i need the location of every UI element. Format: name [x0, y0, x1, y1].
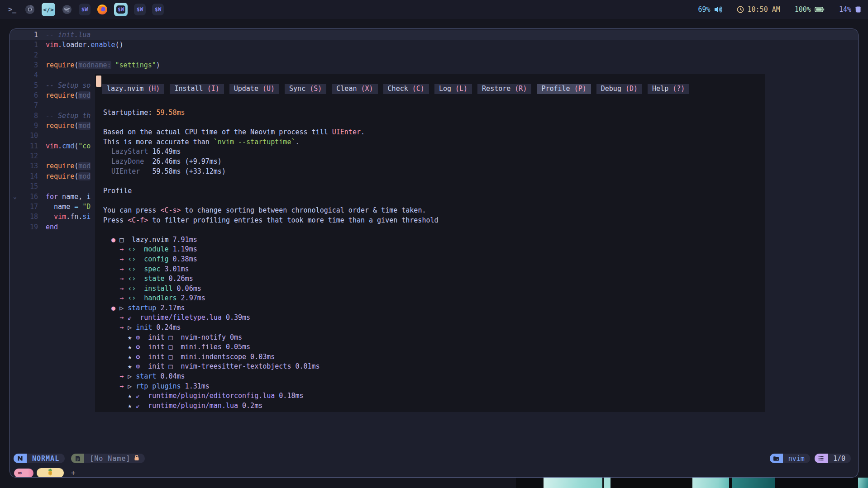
lazy-token — [103, 284, 119, 293]
lazy-token: ⇙ — [128, 313, 132, 322]
lazy-token: <C-s> — [160, 206, 181, 214]
code-token: .loader. — [58, 41, 91, 49]
lazy-line: Press <C-f> to filter profiling entries … — [103, 216, 765, 226]
code-editor-icon[interactable]: </> — [42, 3, 55, 16]
tab-hotkey: (U) — [262, 85, 275, 93]
lazy-tab-log[interactable]: Log (L) — [434, 84, 472, 94]
code-token: mod — [78, 91, 91, 99]
fold-column — [10, 151, 20, 161]
code-text: end — [46, 222, 58, 232]
lazy-token: You can press — [103, 206, 160, 214]
code-line: 3require(modname: "settings") — [10, 60, 858, 70]
lazy-line: Profile — [103, 186, 765, 196]
lazy-line: ● ▷ startup 2.17ms — [103, 303, 765, 313]
lazy-line: ● □ lazy.nvim 7.91ms — [103, 235, 765, 245]
tab-hotkey: (C) — [412, 85, 424, 93]
code-token: () — [115, 41, 124, 49]
lazy-token: ★ — [128, 343, 136, 351]
code-text: require(mod — [46, 171, 91, 181]
tab-label: Install — [174, 85, 207, 93]
lazy-token: to change sorting between chronological … — [181, 206, 426, 214]
fold-marker-icon[interactable]: ⌄ — [10, 192, 20, 202]
fold-column — [10, 81, 20, 90]
lazy-token: → — [119, 265, 128, 273]
code-token: -- Setup so — [46, 81, 91, 90]
battery-percent: 100% — [795, 5, 811, 14]
lazy-token: This is more accurate than — [103, 138, 214, 146]
line-number: 19 — [20, 222, 38, 232]
tab-label: Check — [388, 85, 412, 93]
lazy-token: init — [144, 343, 168, 351]
lazy-token — [103, 245, 119, 253]
lazy-tab-help[interactable]: Help (?) — [648, 84, 689, 94]
workspace-sw-3-icon[interactable]: $W — [134, 4, 146, 15]
lazy-token: → — [119, 323, 128, 332]
tab-pineapple[interactable] — [37, 468, 64, 478]
code-token: ( — [74, 142, 78, 150]
lazy-line: ★ ⇙ runtime/plugin/man.lua 0.2ms — [103, 401, 765, 411]
lazy-tab-check[interactable]: Check (C) — [383, 84, 429, 94]
lazy-token — [103, 147, 111, 156]
lazy-tab-restore[interactable]: Restore (R) — [477, 84, 531, 94]
code-token: name, i — [58, 193, 91, 201]
lock-icon — [134, 455, 139, 463]
code-token: end — [46, 223, 58, 231]
code-text: require(mod — [46, 121, 91, 131]
file-icon — [71, 454, 84, 463]
tab-label: Clean — [336, 85, 361, 93]
lazy-token: ⇙ — [136, 392, 140, 400]
lazy-token: 0.03ms — [246, 353, 275, 361]
lazy-token: ▷ — [119, 304, 128, 312]
chrome-icon[interactable] — [24, 4, 35, 15]
lazy-token: □ — [169, 333, 173, 341]
volume-percent: 69% — [698, 5, 710, 14]
lazy-token — [103, 323, 119, 332]
buffer-tab-glyph: ∞ — [18, 469, 22, 476]
lazy-tab-install[interactable]: Install (I) — [170, 84, 224, 94]
terminal-icon[interactable]: >_ — [6, 5, 18, 14]
workspace-sw-1-icon[interactable]: $W — [79, 4, 91, 15]
lazy-tab-clean[interactable]: Clean (X) — [332, 84, 377, 94]
workspace-sw-4-icon[interactable]: $W — [152, 4, 164, 15]
lazy-token: → — [119, 275, 128, 283]
lazy-token: □ — [169, 343, 173, 351]
workspace-sw-2-icon[interactable]: $W — [114, 3, 128, 16]
fold-column — [10, 222, 20, 232]
lazy-token: ⚙ — [136, 343, 144, 351]
lazy-token: mini.indentscope — [173, 353, 247, 361]
lazy-tab-debug[interactable]: Debug (D) — [596, 84, 642, 94]
line-number: 5 — [20, 81, 38, 90]
lazy-token: handlers — [136, 294, 176, 302]
lazy-token — [103, 392, 128, 400]
mode-indicator: NORMAL — [32, 455, 59, 463]
lazy-tab-lazy-nvim[interactable]: lazy.nvim (H) — [102, 84, 164, 94]
lazy-line: ★ ⇙ runtime/plugin/editorconfig.lua 0.18… — [103, 391, 765, 401]
lazy-token: ★ — [128, 362, 136, 370]
code-token: = — [74, 203, 78, 211]
lazy-token: ⚙ — [136, 333, 144, 341]
lazy-token: Startuptime: — [103, 109, 156, 117]
lazy-token — [103, 372, 119, 380]
code-token: enable — [91, 41, 115, 49]
lazy-tab-update[interactable]: Update (U) — [229, 84, 279, 94]
code-line: 1vim.loader.enable() — [10, 40, 858, 50]
code-token: modname: — [78, 61, 111, 69]
spotify-icon[interactable] — [62, 4, 72, 15]
lazy-token: init — [144, 353, 168, 361]
lazy-tab-sync[interactable]: Sync (S) — [285, 84, 326, 94]
firefox-icon[interactable] — [97, 4, 108, 15]
lazy-tab-profile[interactable]: Profile (P) — [537, 84, 591, 94]
lazy-token — [103, 353, 128, 361]
new-tab-button[interactable]: + — [71, 469, 76, 477]
tab-hotkey: (R) — [515, 85, 527, 93]
lazy-token: UIEnter — [111, 167, 152, 175]
buffer-tab[interactable]: ∞ — [14, 469, 33, 478]
lazy-token: → — [119, 245, 128, 253]
lazy-token: runtime/filetype.lua — [132, 313, 222, 322]
lazy-token: nvim-treesitter-textobjects — [173, 362, 291, 370]
tab-hotkey: (?) — [672, 85, 685, 93]
fold-column — [10, 60, 20, 70]
tab-hotkey: (X) — [361, 85, 373, 93]
lazy-token: 26.46ms (+9.97ms) — [152, 157, 222, 166]
line-number: 14 — [20, 171, 38, 181]
